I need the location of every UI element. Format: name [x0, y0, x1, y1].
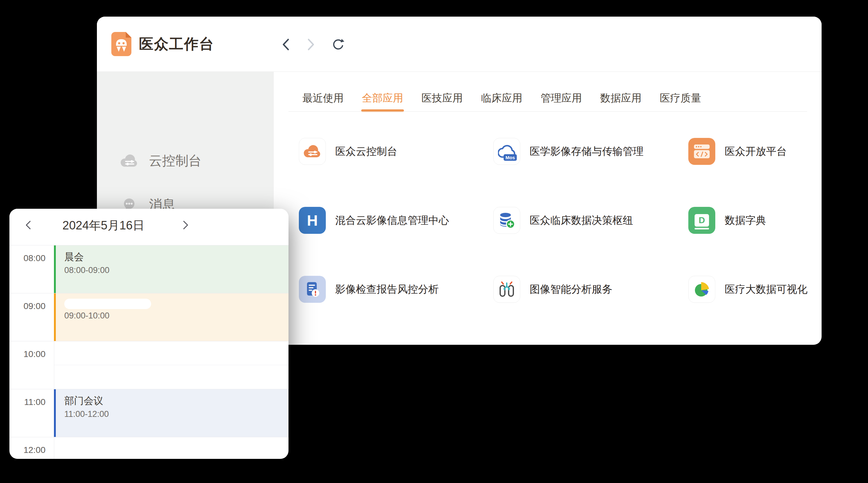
- app-label: 医学影像存储与传输管理: [530, 144, 644, 159]
- event-color-bar: [54, 246, 56, 293]
- event-color-bar: [54, 293, 56, 341]
- chevron-right-icon: [182, 220, 190, 230]
- tab-recent[interactable]: 最近使用: [302, 89, 344, 107]
- event-color-bar: [54, 389, 56, 437]
- hour-label: 08:00: [9, 253, 45, 263]
- half-hour-line: [54, 365, 288, 365]
- calendar-prev-day-button[interactable]: [21, 218, 35, 232]
- event-title-redacted: [64, 299, 151, 309]
- book-icon: D: [694, 214, 709, 227]
- tab-quality[interactable]: 医疗质量: [660, 89, 701, 107]
- event-time: 09:00-10:00: [64, 311, 288, 321]
- app-label: 影像检查报告风控分析: [335, 282, 439, 296]
- app-hybrid-cloud-imaging[interactable]: H 混合云影像信息管理中心: [299, 207, 449, 234]
- app-open-platform[interactable]: 医众开放平台: [688, 138, 787, 165]
- calendar-date-label: 2024年5月16日: [47, 209, 160, 242]
- tabs-divider: [288, 111, 807, 111]
- app-label: 医疗大数据可视化: [725, 282, 807, 296]
- app-data-dictionary[interactable]: D 数据字典: [688, 207, 766, 234]
- app-label: 医众云控制台: [335, 144, 397, 159]
- app-label: 医众临床数据决策枢纽: [530, 214, 633, 228]
- database-plus-icon: [493, 207, 520, 234]
- chevron-right-icon: [306, 38, 315, 52]
- calendar-event-department-meeting[interactable]: 部门会议 11:00-12:00: [54, 389, 288, 437]
- hour-label: 12:00: [9, 445, 45, 455]
- calendar-panel: 2024年5月16日 08:00 09:00 10:00 11:00 12:00…: [9, 209, 288, 459]
- open-platform-icon: [688, 138, 715, 165]
- cloud-console-icon: [299, 138, 326, 165]
- tab-admin-apps[interactable]: 管理应用: [540, 89, 582, 107]
- back-button[interactable]: [280, 38, 292, 52]
- event-title: 部门会议: [64, 394, 288, 408]
- sidebar-item-cloud-console[interactable]: 云控制台: [97, 145, 274, 176]
- app-label: 数据字典: [725, 214, 766, 228]
- tab-medtech-apps[interactable]: 医技应用: [422, 89, 463, 107]
- pie-chart-icon: [688, 276, 715, 303]
- hour-label: 10:00: [9, 349, 45, 359]
- tab-bar: 最近使用 全部应用 医技应用 临床应用 管理应用 数据应用 医疗质量: [302, 89, 701, 107]
- medical-image-cloud-icon: Mos: [493, 138, 520, 165]
- hybrid-cloud-h-icon: H: [299, 207, 326, 234]
- app-pacs-storage[interactable]: Mos 医学影像存储与传输管理: [493, 138, 644, 165]
- event-title: 晨会: [64, 251, 288, 264]
- app-label: 医众开放平台: [725, 144, 787, 159]
- cloud-icon: [120, 153, 139, 169]
- event-time: 08:00-09:00: [64, 265, 288, 275]
- lungs-icon: [493, 276, 520, 303]
- chevron-left-icon: [281, 38, 291, 52]
- app-image-ai-analysis[interactable]: 图像智能分析服务: [493, 276, 613, 303]
- hour-label: 11:00: [9, 397, 45, 407]
- refresh-button[interactable]: [332, 38, 344, 52]
- app-logo-icon: [111, 32, 131, 56]
- data-dictionary-icon: D: [688, 207, 715, 234]
- app-label: 图像智能分析服务: [530, 282, 613, 296]
- hour-label: 09:00: [9, 301, 45, 311]
- tab-data-apps[interactable]: 数据应用: [600, 89, 642, 107]
- event-time: 11:00-12:00: [64, 409, 288, 419]
- hour-line: [9, 437, 288, 437]
- calendar-header: 2024年5月16日: [9, 209, 288, 245]
- report-risk-icon: [299, 276, 326, 303]
- app-report-risk-analysis[interactable]: 影像检查报告风控分析: [299, 276, 439, 303]
- tab-clinical-apps[interactable]: 临床应用: [481, 89, 522, 107]
- window-header: 医众工作台: [97, 17, 822, 71]
- app-clinical-data-hub[interactable]: 医众临床数据决策枢纽: [493, 207, 633, 234]
- tab-all-apps[interactable]: 全部应用: [362, 89, 403, 107]
- hour-line: [9, 341, 288, 341]
- calendar-next-day-button[interactable]: [179, 218, 192, 232]
- mos-badge: Mos: [504, 154, 517, 161]
- app-cloud-console[interactable]: 医众云控制台: [299, 138, 397, 165]
- app-label: 混合云影像信息管理中心: [335, 214, 449, 228]
- forward-button[interactable]: [305, 38, 317, 52]
- app-bigdata-visualization[interactable]: 医疗大数据可视化: [688, 276, 807, 303]
- chevron-left-icon: [24, 220, 32, 230]
- sidebar-item-label: 云控制台: [149, 152, 202, 169]
- app-title: 医众工作台: [139, 17, 214, 71]
- refresh-icon: [332, 38, 344, 51]
- calendar-event-redacted[interactable]: 09:00-10:00: [54, 293, 288, 341]
- calendar-event-morning-meeting[interactable]: 晨会 08:00-09:00: [54, 246, 288, 293]
